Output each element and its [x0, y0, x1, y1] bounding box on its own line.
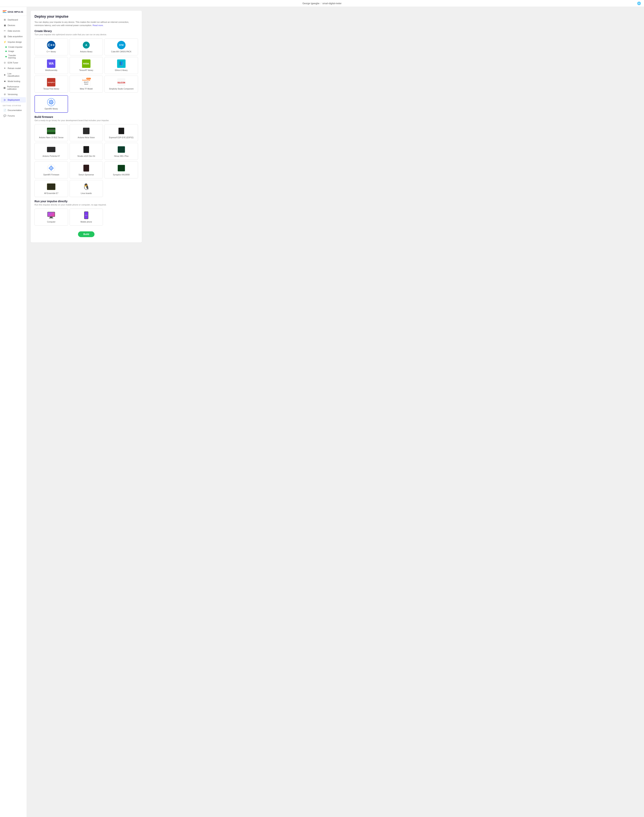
option-synaptics-ka[interactable]: Synaptics KA10000: [104, 161, 138, 178]
dot-transfer-learning: [5, 56, 7, 57]
getting-started-label: GETTING STARTED: [0, 103, 27, 107]
option-silabs[interactable]: SILICON Simplicity Studio Component: [104, 75, 138, 93]
project-name: smart-digital-meter: [322, 2, 342, 5]
run-directly-title: Run your impulse directly: [35, 200, 138, 203]
sidebar-item-model-testing[interactable]: ■ Model testing: [1, 78, 26, 84]
spresense-icon: [82, 164, 90, 172]
sidebar-item-devices[interactable]: ▣ Devices: [1, 23, 26, 28]
mobile-icon: [82, 211, 90, 219]
sidebar-subitem-image[interactable]: Image: [0, 49, 27, 53]
sidebar-item-dashboard[interactable]: ⊞ Dashboard: [1, 17, 26, 22]
option-arduino[interactable]: A Arduino library: [70, 38, 103, 55]
option-brainchip[interactable]: brainchipMetaTF Model BETA Meta TF Model: [70, 75, 103, 93]
project-info: George Igwegbe / smart-digital-meter: [302, 2, 342, 5]
option-arduino-nano[interactable]: Arduino Nano 33 BLE Sense: [35, 124, 68, 141]
spresense-label: Sony's Spresense: [78, 173, 94, 176]
option-computer[interactable]: Computer: [35, 208, 68, 225]
sidebar-item-deployment[interactable]: ▷ Deployment: [1, 97, 26, 103]
sidebar-item-versioning[interactable]: ⊘ Versioning: [1, 92, 26, 97]
sidebar-subitem-transfer-learning[interactable]: Transfer learning: [0, 53, 27, 60]
sidebar-item-impulse-design[interactable]: ⚡ Impulse design: [1, 39, 26, 44]
ethos-label: Ethos-U library: [115, 69, 128, 72]
main-content: Deploy your impulse You can deploy your …: [27, 7, 644, 817]
option-ethos[interactable]: 📘 Ethos-U library: [104, 57, 138, 74]
globe-icon[interactable]: 🌐: [637, 2, 641, 5]
svg-point-21: [51, 167, 52, 169]
run-directly-subtitle: Run this impulse directly on your mobile…: [35, 204, 138, 206]
versioning-icon: ⊘: [3, 93, 6, 96]
sidebar-item-data-sources[interactable]: ✂ Data sources: [1, 28, 26, 34]
option-himax[interactable]: Himax WE-I Plus: [104, 143, 138, 160]
logo-text: EDGE IMPULSE: [8, 11, 23, 13]
deployment-icon: ▷: [3, 98, 6, 101]
sidebar-item-retrain-model[interactable]: ✦ Retrain model: [1, 66, 26, 71]
option-arduino-nicla[interactable]: Arduino Nicla Vision: [70, 124, 103, 141]
option-mobile[interactable]: Mobile phone: [70, 208, 103, 225]
sidebar-label-image: Image: [8, 50, 14, 52]
option-spresense[interactable]: Sony's Spresense: [70, 161, 103, 178]
sidebar-label-dashboard: Dashboard: [8, 18, 18, 21]
espressif-icon: [117, 127, 126, 135]
silabs-xg24-icon: [82, 145, 90, 154]
logo-icon: [3, 10, 6, 14]
cube-icon: STM: [117, 41, 126, 49]
silabs-icon: SILICON: [117, 78, 126, 86]
option-arduino-portenta[interactable]: Arduino Portenta H7: [35, 143, 68, 160]
create-library-subtitle: Turn your impulse into optimized source …: [35, 33, 138, 36]
arduino-nano-icon: [47, 127, 55, 135]
panel-description: You can deploy your impulse to any devic…: [35, 20, 138, 27]
mobile-label: Mobile phone: [81, 221, 92, 223]
sidebar-item-documentation[interactable]: 📄 Documentation: [1, 107, 26, 113]
option-cpp[interactable]: C++ C++ library: [35, 38, 68, 55]
option-webassembly[interactable]: WA WebAssembly: [35, 57, 68, 74]
deploy-panel: Deploy your impulse You can deploy your …: [31, 11, 142, 242]
sidebar-subitem-create-impulse[interactable]: Create impulse: [0, 45, 27, 49]
openmv-row: OpenMV library: [35, 95, 138, 113]
sidebar-item-live-classification[interactable]: ◈ Live classification: [1, 71, 26, 78]
arduino-icon: A: [82, 41, 90, 49]
sidebar-label-eon-tuner: EON Tuner: [8, 61, 18, 64]
synaptics-label: Tensai Flow library: [43, 87, 59, 90]
brainchip-label: Meta TF Model: [80, 87, 93, 90]
option-alf[interactable]: Alf Ensemble E7: [35, 180, 68, 197]
user-name: George Igwegbe: [302, 2, 319, 5]
library-options-grid: C++ C++ library A Arduino library: [35, 38, 138, 93]
performance-calibration-icon: ▦: [3, 86, 6, 89]
option-openmv-fw[interactable]: OpenMV Firmware: [35, 161, 68, 178]
read-more-link[interactable]: Read more.: [93, 24, 103, 26]
sidebar-label-model-testing: Model testing: [8, 80, 20, 83]
build-button[interactable]: Build: [78, 231, 95, 237]
option-espressif[interactable]: Espressif ESP-EYE (ESP32): [104, 124, 138, 141]
sidebar-item-eon-tuner[interactable]: ⊙ EON Tuner: [1, 60, 26, 65]
arduino-label: Arduino library: [80, 51, 92, 53]
option-openmv[interactable]: OpenMV library: [35, 95, 68, 113]
sidebar-label-create-impulse: Create impulse: [8, 46, 22, 48]
brainchip-icon: brainchipMetaTF Model BETA: [82, 78, 90, 86]
linux-label: Linux boards: [81, 192, 92, 195]
build-btn-container: Build: [35, 228, 138, 239]
silabs-label: Simplicity Studio Component: [109, 87, 133, 90]
option-synaptics[interactable]: Synaptics Tensai Flow library: [35, 75, 68, 93]
data-acquisition-icon: ▤: [3, 35, 6, 38]
alf-icon: [47, 182, 55, 191]
sidebar-item-performance-calibration[interactable]: ▦ Performance calibration: [1, 84, 26, 92]
sidebar-label-deployment: Deployment: [8, 99, 20, 101]
option-silabs-xg24[interactable]: SiLabs xG24 Dev Kit: [70, 143, 103, 160]
option-cube[interactable]: STM Cube.MX CMSIS-PACK: [104, 38, 138, 55]
eon-tuner-icon: ⊙: [3, 61, 6, 64]
computer-label: Computer: [47, 221, 55, 223]
arduino-nicla-icon: [82, 127, 90, 135]
silabs-xg24-label: SiLabs xG24 Dev Kit: [77, 155, 95, 157]
option-linux[interactable]: 🐧 Linux boards: [70, 180, 103, 197]
option-nvidia[interactable]: NVIDIA. TensorRT library: [70, 57, 103, 74]
forums-icon: 💬: [3, 115, 6, 117]
sidebar-item-data-acquisition[interactable]: ▤ Data acquisition: [1, 34, 26, 39]
linux-icon: 🐧: [82, 182, 90, 191]
dashboard-icon: ⊞: [3, 18, 6, 21]
synaptics-icon: Synaptics: [47, 78, 55, 86]
devices-icon: ▣: [3, 24, 6, 27]
sidebar-item-forums[interactable]: 💬 Forums: [1, 113, 26, 118]
impulse-design-icon: ⚡: [3, 41, 6, 43]
cube-label: Cube.MX CMSIS-PACK: [111, 51, 132, 53]
sidebar-label-versioning: Versioning: [8, 93, 17, 95]
